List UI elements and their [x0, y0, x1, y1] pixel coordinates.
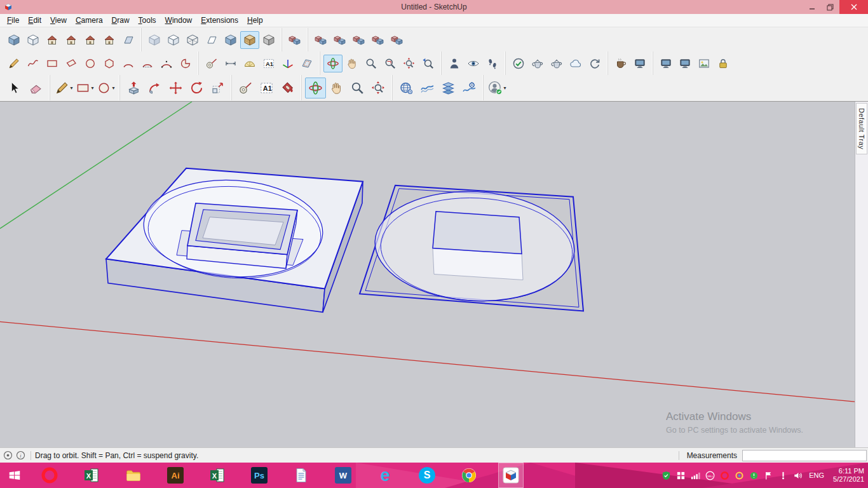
line-tool-button[interactable] [4, 55, 24, 72]
vray-lock-camera-button[interactable] [714, 55, 733, 72]
restore-button[interactable] [821, 0, 839, 14]
style-hidden-line-button[interactable] [202, 31, 221, 49]
orbit-tool-button[interactable] [323, 55, 342, 72]
push-pull-button[interactable] [123, 78, 144, 98]
vray-history-button[interactable] [675, 55, 695, 72]
section-plane-button[interactable] [297, 55, 316, 72]
protractor-button[interactable] [240, 55, 259, 72]
rectangle-tool-button[interactable] [43, 55, 62, 72]
taskbar-app-excel-2[interactable]: X [205, 463, 230, 488]
circle-tools-dropdown-button[interactable]: ▾ [95, 78, 116, 98]
pan-tool-button[interactable] [342, 55, 362, 72]
freehand-tool-button[interactable] [24, 55, 43, 72]
viewport[interactable]: Activate Windows Go to PC settings to ac… [0, 102, 855, 447]
taskbar-app-document[interactable] [288, 463, 314, 488]
menu-item-edit[interactable]: Edit [24, 15, 46, 26]
style-xray-button[interactable] [145, 31, 164, 49]
standard-views-bottom-button[interactable] [119, 31, 138, 49]
sandbox-from-contours-button[interactable] [417, 78, 438, 98]
walk-button[interactable] [483, 55, 502, 72]
taskbar-app-file-explorer[interactable] [121, 463, 146, 488]
position-camera-button[interactable] [445, 55, 464, 72]
taskbar-app-photoshop[interactable]: Ps [247, 463, 272, 488]
taskbar-app-edge[interactable]: e [372, 463, 398, 488]
menu-item-window[interactable]: Window [161, 15, 197, 26]
vray-viewport-render-button[interactable] [630, 55, 649, 72]
pie-tool-button[interactable] [176, 55, 195, 72]
taskbar-app-excel[interactable]: X [79, 463, 104, 488]
advanced-camera-tools-button[interactable] [396, 78, 417, 98]
default-tray-tab[interactable]: Default Tray [856, 103, 867, 154]
standard-views-front-button[interactable] [43, 31, 62, 49]
menu-item-file[interactable]: File [3, 15, 24, 26]
minimize-button[interactable] [803, 0, 821, 14]
tray-antivirus-icon[interactable] [661, 470, 671, 480]
taskbar-app-chrome[interactable] [456, 463, 482, 488]
start-button[interactable] [0, 463, 29, 488]
tape-measure-button[interactable] [202, 55, 221, 72]
menu-item-camera[interactable]: Camera [71, 15, 107, 26]
info-icon[interactable]: i [14, 450, 27, 461]
style-back-edges-button[interactable] [164, 31, 183, 49]
line-tools-dropdown-button[interactable]: ▾ [53, 78, 74, 98]
standard-views-top-button[interactable] [24, 31, 43, 49]
tray-opera-icon[interactable] [719, 470, 729, 480]
sandbox-smoove-button[interactable] [459, 78, 480, 98]
solid-outer-shell-button[interactable] [285, 31, 304, 49]
two-point-arc-tool-button[interactable] [138, 55, 157, 72]
standard-views-back-button[interactable] [81, 31, 100, 49]
orbit-2-button[interactable] [305, 78, 326, 98]
zoom-2-button[interactable] [347, 78, 368, 98]
vray-render-button[interactable] [528, 55, 547, 72]
taskbar-app-opera[interactable] [37, 463, 62, 488]
pan-2-button[interactable] [326, 78, 347, 98]
style-shaded-button[interactable] [221, 31, 240, 49]
geolocation-icon[interactable] [1, 450, 14, 461]
vray-interactive-render-button[interactable] [547, 55, 566, 72]
tray-update-icon[interactable] [749, 470, 759, 480]
solid-union-button[interactable] [330, 31, 349, 49]
zoom-extents-button[interactable] [400, 55, 419, 72]
follow-me-button[interactable] [144, 78, 165, 98]
three-point-arc-tool-button[interactable] [157, 55, 176, 72]
select-tool-button[interactable] [4, 78, 25, 98]
rotated-rectangle-tool-button[interactable] [62, 55, 81, 72]
model-right-plate[interactable] [360, 186, 583, 311]
paint-bucket-button[interactable] [277, 78, 298, 98]
menu-item-extensions[interactable]: Extensions [196, 15, 243, 26]
vray-batch-render-button[interactable] [585, 55, 604, 72]
solid-trim-button[interactable] [369, 31, 388, 49]
polygon-tool-button[interactable] [100, 55, 119, 72]
solid-subtract-button[interactable] [349, 31, 369, 49]
tray-chrome-icon[interactable] [734, 470, 744, 480]
menu-item-tools[interactable]: Tools [134, 15, 161, 26]
sandbox-from-scratch-button[interactable] [438, 78, 459, 98]
close-button[interactable] [839, 0, 868, 14]
zoom-window-button[interactable] [381, 55, 400, 72]
rotate-tool-button[interactable] [186, 78, 207, 98]
text-tool-button[interactable]: A1 [259, 55, 278, 72]
taskbar-app-word[interactable]: W [330, 463, 356, 488]
language-indicator[interactable]: ENG [809, 471, 824, 479]
shape-tools-dropdown-button[interactable]: ▾ [74, 78, 95, 98]
axes-tool-button[interactable] [278, 55, 297, 72]
taskbar-clock[interactable]: 6:11 PM 5/27/2021 [833, 467, 864, 484]
zoom-extents-2-button[interactable] [368, 78, 389, 98]
tray-pin-icon[interactable] [778, 470, 788, 480]
style-wireframe-button[interactable] [183, 31, 202, 49]
style-shaded-textures-button[interactable] [240, 31, 259, 49]
arc-tool-button[interactable] [119, 55, 138, 72]
menu-item-draw[interactable]: Draw [107, 15, 134, 26]
viewport-canvas[interactable] [0, 102, 855, 447]
solid-intersect-button[interactable] [311, 31, 330, 49]
standard-views-iso-button[interactable] [4, 31, 24, 49]
standard-views-right-button[interactable] [62, 31, 81, 49]
account-button[interactable]: ▾ [487, 78, 508, 98]
tray-volume-icon[interactable] [792, 470, 803, 480]
text-2-button[interactable]: A1 [256, 78, 277, 98]
style-monochrome-button[interactable] [259, 31, 278, 49]
model-left-plate[interactable] [106, 168, 363, 313]
move-tool-button[interactable] [165, 78, 186, 98]
tray-dell-icon[interactable]: DELL [705, 470, 715, 480]
eraser-tool-button[interactable] [25, 78, 46, 98]
